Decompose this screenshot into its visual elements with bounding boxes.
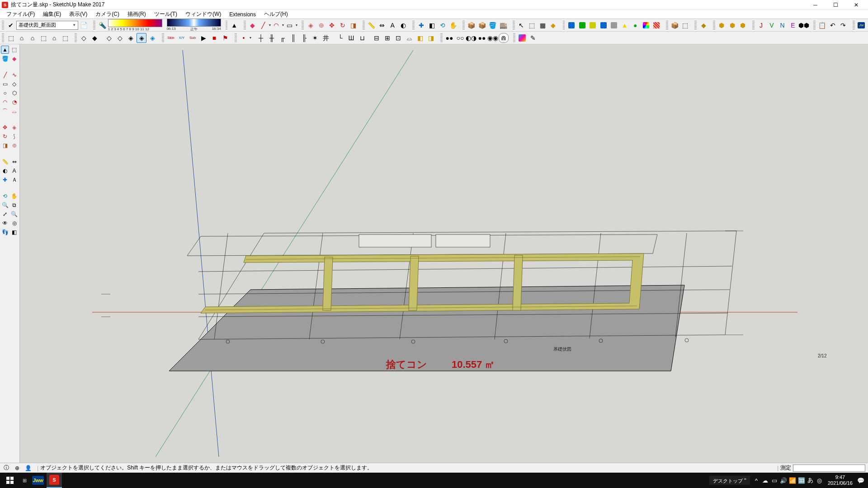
ext-n-icon[interactable]: N [778,20,788,30]
lt-paint-icon[interactable]: 🪣 [1,55,9,63]
ext-dbl-icon[interactable]: ⬢⬢ [799,20,809,30]
component-icon[interactable]: 📦 [467,20,476,30]
dimension-tool-icon[interactable]: ⇔ [377,20,387,30]
rect-tool-icon[interactable]: ▭ [285,20,295,30]
lt-component-icon[interactable]: ⬚ [10,46,19,54]
shadow-date-slider[interactable] [108,19,162,27]
protractor-tool-icon[interactable]: ◐ [398,20,408,30]
lt-line-icon[interactable]: ╱ [1,71,9,79]
lt-position-icon[interactable]: 👁 [1,219,9,227]
lt-pie-icon[interactable]: ◔ [10,98,19,106]
face-wire-icon[interactable]: ◇ [79,33,89,43]
lt-rotate-icon[interactable]: ↻ [1,132,9,141]
menu-file[interactable]: ファイル(F) [3,9,38,19]
lt-zoomwin-icon[interactable]: ⧉ [10,201,19,209]
ext-flag-icon[interactable]: ⚑ [220,33,230,43]
tray-ime-icon[interactable]: あ [806,474,815,487]
scale-tool-icon[interactable]: ◨ [348,20,358,30]
lt-rotrect-icon[interactable]: ◇ [10,80,19,88]
lt-eraser-icon[interactable]: ◆ [10,55,19,63]
tray-up-icon[interactable]: ^ [752,474,761,487]
taskbar-desktop-toolbar[interactable]: デスクトップ » [709,476,750,485]
sb-win3-icon[interactable]: ⊡ [393,33,403,43]
axes-tool-icon[interactable]: ✚ [416,20,426,30]
ext-cube1-icon[interactable]: ⬢ [717,20,727,30]
style-tex-icon[interactable] [651,20,661,30]
style-cone-icon[interactable]: ▲ [620,20,630,30]
lt-select-icon[interactable]: ▲ [1,46,9,54]
shadow-time-slider[interactable] [167,19,221,27]
menu-tools[interactable]: ツール(T) [151,9,181,19]
tape-tool-icon[interactable]: 📏 [367,20,377,30]
sb-dot-icon[interactable]: • [239,33,249,43]
warehouse-icon[interactable]: 🏬 [498,20,508,30]
ext-jw-icon[interactable]: Jw [857,20,867,30]
lt-prot-icon[interactable]: ◐ [1,167,9,175]
view-back-icon[interactable]: ⌂ [49,33,59,43]
style-1-icon[interactable] [566,20,576,30]
lt-circle-icon[interactable]: ○ [1,89,9,97]
select-tool-icon[interactable]: ▲ [229,20,239,30]
face-shade1-icon[interactable]: ◇ [104,33,114,43]
prof-f-icon[interactable]: ⋒ [499,33,509,43]
layer-selector[interactable]: 基礎伏図_断面図 ▼ [16,21,78,30]
line-tool-icon[interactable]: ╱ [258,20,268,30]
lt-rect-icon[interactable]: ▭ [1,80,9,88]
ext-box1-icon[interactable]: 📦 [670,20,680,30]
menu-help[interactable]: ヘルプ(H) [260,9,292,19]
undo-icon[interactable]: ↶ [828,20,838,30]
sel-edges-icon[interactable]: ⬚ [527,20,537,30]
taskbar-sketchup[interactable]: S [47,473,62,488]
tray-cloud-icon[interactable]: ☁ [761,474,770,487]
view-iso-icon[interactable]: ⬚ [6,33,16,43]
eraser-tool-icon[interactable]: ◆ [248,20,258,30]
sb-arc-icon[interactable]: ⌓ [404,33,414,43]
style-circle-icon[interactable]: ● [630,20,640,30]
status-info-icon[interactable]: ⓘ [3,465,10,472]
ext-play-icon[interactable]: ▶ [198,33,208,43]
ext-diamond-icon[interactable]: ◆ [698,20,708,30]
prof-d-icon[interactable]: ●● [477,33,487,43]
lt-scale-icon[interactable]: ◨ [1,141,9,150]
rotate-tool-icon[interactable]: ↻ [338,20,348,30]
ext-sub-icon[interactable]: Sub [188,33,198,43]
sel-faces-icon[interactable]: ▦ [538,20,548,30]
sel-arrow-icon[interactable]: ↖ [517,20,527,30]
lt-axes-icon[interactable]: ✚ [1,176,9,184]
ext-j-icon[interactable]: J [756,20,766,30]
lt-prev-icon[interactable]: 🔍 [10,210,19,218]
face-shade3-icon[interactable]: ◈ [126,33,136,43]
status-geo-icon[interactable]: ⊕ [14,465,21,472]
style-2-icon[interactable] [577,20,587,30]
lt-freehand-icon[interactable]: ∿ [10,71,19,79]
prof-c-icon[interactable]: ◐◑ [466,33,476,43]
layer-visible-check[interactable]: ✔ [6,20,16,30]
menu-window[interactable]: ウィンドウ(W) [182,9,225,19]
face-hidden-icon[interactable]: ◆ [90,33,99,43]
sb-win2-icon[interactable]: ⊞ [382,33,392,43]
style-4-icon[interactable] [599,20,609,30]
section-plane-icon[interactable]: ◧ [427,20,437,30]
lt-offset-icon[interactable]: ⊚ [10,141,19,150]
lt-tape-icon[interactable]: 📏 [1,158,9,166]
tray-network-icon[interactable]: 📶 [788,474,797,487]
tray-app-icon[interactable]: ◎ [815,474,824,487]
ext-wand-icon[interactable]: ✎ [528,33,538,43]
lt-dim-icon[interactable]: ⇔ [10,158,19,166]
offset-tool-icon[interactable]: ⊚ [316,20,326,30]
sb-ext1-icon[interactable]: ╫ [267,33,277,43]
style-5-icon[interactable] [609,20,619,30]
lt-zoom-icon[interactable]: 🔍 [1,201,9,209]
ext-e-icon[interactable]: E [788,20,798,30]
lt-zoomext-icon[interactable]: ⤢ [1,210,9,218]
sb-win1-icon[interactable]: ⊟ [372,33,382,43]
minimize-button[interactable]: ─ [805,0,826,10]
face-shade2-icon[interactable]: ◇ [115,33,125,43]
tray-volume-icon[interactable]: 🔊 [779,474,788,487]
sb-plus-icon[interactable]: ┼ [256,33,266,43]
prof-e-icon[interactable]: ◉◉ [488,33,498,43]
paint-bucket-icon[interactable]: 🪣 [488,20,498,30]
sb-e1-icon[interactable]: ◧ [415,33,425,43]
group-icon[interactable]: 📦 [477,20,487,30]
ext-skin-icon[interactable]: Skin [166,33,176,43]
